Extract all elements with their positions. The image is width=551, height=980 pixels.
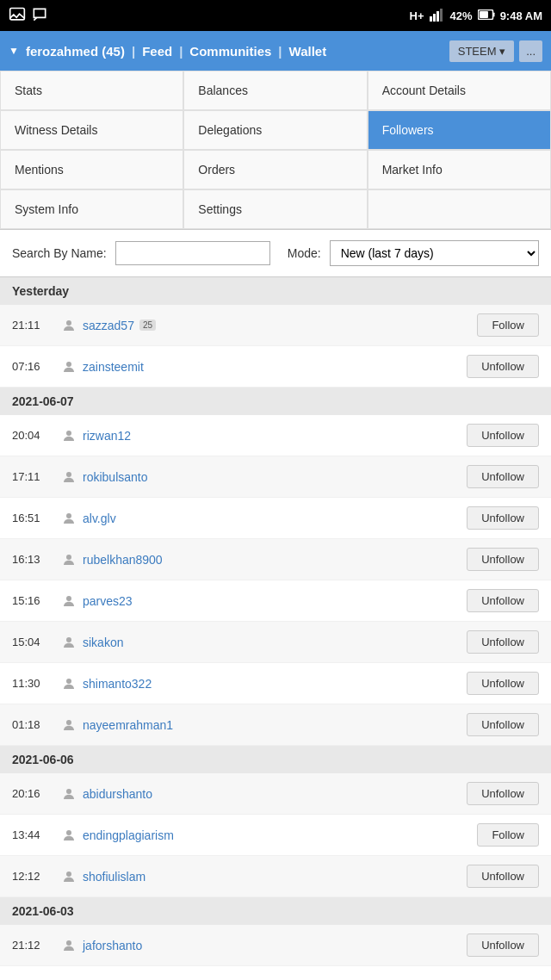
unfollow-button[interactable]: Unfollow bbox=[467, 713, 539, 736]
menu-item-mentions[interactable]: Mentions bbox=[0, 150, 183, 189]
menu-item-account-details[interactable]: Account Details bbox=[368, 71, 551, 110]
unfollow-button[interactable]: Unfollow bbox=[467, 465, 539, 488]
user-col: rokibulsanto bbox=[60, 468, 458, 486]
menu-item-witness-details[interactable]: Witness Details bbox=[0, 110, 183, 150]
search-label: Search By Name: bbox=[12, 246, 107, 260]
username-link[interactable]: rokibulsanto bbox=[83, 470, 148, 484]
menu-item-orders[interactable]: Orders bbox=[183, 150, 367, 189]
search-input[interactable] bbox=[115, 241, 270, 265]
user-col: rizwan12 bbox=[60, 427, 458, 444]
username-link[interactable]: shimanto322 bbox=[83, 677, 152, 691]
follower-time: 20:16 bbox=[12, 787, 52, 800]
nav-more-button[interactable]: ... bbox=[519, 40, 542, 62]
username-link[interactable]: parves23 bbox=[83, 594, 133, 608]
unfollow-button[interactable]: Unfollow bbox=[467, 933, 539, 957]
svg-rect-3 bbox=[436, 11, 439, 22]
user-avatar-icon bbox=[60, 358, 77, 375]
follower-time: 17:11 bbox=[12, 470, 52, 483]
steem-dropdown-button[interactable]: STEEM ▾ bbox=[449, 40, 514, 62]
menu-item-balances[interactable]: Balances bbox=[183, 71, 367, 110]
unfollow-button[interactable]: Unfollow bbox=[467, 589, 539, 612]
follower-time: 11:30 bbox=[12, 677, 52, 690]
username-link[interactable]: zainsteemit bbox=[83, 360, 144, 374]
menu-item-delegations[interactable]: Delegations bbox=[183, 110, 367, 150]
unfollow-button[interactable]: Unfollow bbox=[467, 506, 539, 530]
sep1: | bbox=[132, 44, 135, 59]
svg-point-9 bbox=[66, 362, 71, 367]
username-link[interactable]: rubelkhan8900 bbox=[83, 553, 163, 567]
menu-item-stats[interactable]: Stats bbox=[0, 71, 183, 110]
image-icon bbox=[9, 6, 26, 26]
svg-point-8 bbox=[66, 320, 71, 326]
unfollow-button[interactable]: Unfollow bbox=[467, 424, 539, 447]
nav-wallet-link[interactable]: Wallet bbox=[289, 44, 327, 59]
user-avatar-icon bbox=[60, 675, 77, 692]
username-link[interactable]: sikakon bbox=[83, 636, 123, 649]
user-col: rubelkhan8900 bbox=[60, 551, 458, 568]
unfollow-button[interactable]: Unfollow bbox=[467, 630, 539, 654]
username-link[interactable]: sazzad57 bbox=[83, 319, 134, 332]
svg-point-10 bbox=[66, 431, 71, 436]
follower-time: 21:12 bbox=[12, 939, 52, 952]
menu-item-market-info[interactable]: Market Info bbox=[368, 150, 551, 189]
username-link[interactable]: alv.glv bbox=[83, 512, 116, 525]
svg-rect-4 bbox=[440, 9, 443, 22]
unfollow-button[interactable]: Unfollow bbox=[467, 672, 539, 695]
menu-item-followers[interactable]: Followers bbox=[368, 110, 551, 150]
status-bar: H+ 42% 9:48 AM bbox=[0, 0, 551, 31]
follower-row: 20:16abidurshantoUnfollow bbox=[0, 773, 551, 815]
username-link[interactable]: abidurshanto bbox=[83, 787, 152, 801]
svg-point-18 bbox=[66, 789, 71, 794]
follow-button[interactable]: Follow bbox=[477, 823, 539, 847]
username-link[interactable]: shofiulislam bbox=[83, 870, 145, 884]
username-link[interactable]: rizwan12 bbox=[83, 429, 131, 443]
user-col: sikakon bbox=[60, 634, 458, 651]
follower-row: 13:44endingplagiarismFollow bbox=[0, 815, 551, 856]
username-link[interactable]: nayeemrahman1 bbox=[83, 718, 173, 732]
user-col: endingplagiarism bbox=[60, 827, 468, 844]
unfollow-button[interactable]: Unfollow bbox=[467, 355, 539, 378]
menu-item-system-info[interactable]: System Info bbox=[0, 189, 183, 229]
follower-row: 11:30shimanto322Unfollow bbox=[0, 663, 551, 704]
user-col: jaforshanto bbox=[60, 937, 458, 954]
nav-arrow-icon: ▼ bbox=[9, 45, 19, 57]
svg-rect-2 bbox=[433, 14, 436, 22]
svg-rect-6 bbox=[493, 12, 495, 16]
follower-row: 15:04sikakonUnfollow bbox=[0, 622, 551, 663]
time-text: 9:48 AM bbox=[500, 9, 542, 22]
follower-time: 21:11 bbox=[12, 319, 52, 332]
date-header: Yesterday bbox=[0, 277, 551, 305]
mode-select[interactable]: New (last 7 days) Old bbox=[330, 240, 539, 266]
nav-left: ▼ ferozahmed (45) | Feed | Communities |… bbox=[9, 44, 441, 59]
svg-point-19 bbox=[66, 830, 71, 835]
follower-row: 21:11sazzad5725Follow bbox=[0, 305, 551, 346]
follower-row: 01:18nayeemrahman1Unfollow bbox=[0, 704, 551, 746]
user-col: shofiulislam bbox=[60, 868, 458, 885]
unfollow-button[interactable]: Unfollow bbox=[467, 865, 539, 888]
user-avatar-icon bbox=[60, 716, 77, 734]
follower-row: 21:12jaforshantoUnfollow bbox=[0, 925, 551, 966]
follower-time: 13:44 bbox=[12, 828, 52, 841]
unfollow-button[interactable]: Unfollow bbox=[467, 782, 539, 805]
svg-point-15 bbox=[66, 637, 71, 642]
username-link[interactable]: jaforshanto bbox=[83, 939, 142, 952]
svg-rect-1 bbox=[430, 16, 432, 22]
battery-icon bbox=[478, 9, 495, 22]
nav-bar: ▼ ferozahmed (45) | Feed | Communities |… bbox=[0, 31, 551, 71]
nav-username[interactable]: ferozahmed (45) bbox=[26, 44, 125, 59]
unfollow-button[interactable]: Unfollow bbox=[467, 548, 539, 571]
menu-item-settings[interactable]: Settings bbox=[183, 189, 367, 229]
user-avatar-icon bbox=[60, 592, 77, 610]
user-col: abidurshanto bbox=[60, 785, 458, 803]
nav-communities-link[interactable]: Communities bbox=[189, 44, 271, 59]
mode-label: Mode: bbox=[288, 246, 321, 260]
nav-feed-link[interactable]: Feed bbox=[142, 44, 172, 59]
username-link[interactable]: endingplagiarism bbox=[83, 828, 174, 842]
sep3: | bbox=[278, 44, 282, 59]
user-avatar-icon bbox=[60, 427, 77, 444]
svg-point-17 bbox=[66, 720, 71, 725]
date-header: 2021-06-03 bbox=[0, 897, 551, 925]
user-avatar-icon bbox=[60, 868, 77, 885]
sep2: | bbox=[179, 44, 183, 59]
follow-button[interactable]: Follow bbox=[477, 313, 539, 337]
